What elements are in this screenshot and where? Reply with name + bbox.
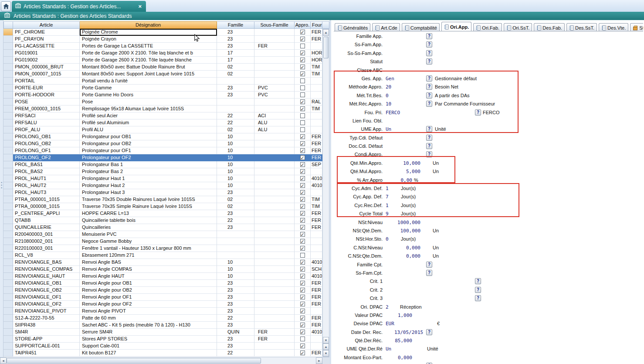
cell-appro[interactable] bbox=[295, 301, 311, 308]
cell-article[interactable]: PROLONG_OB2 bbox=[13, 140, 80, 147]
tab-ori-fab[interactable]: Ori.Fab. bbox=[473, 23, 502, 31]
cell-fournisseur[interactable]: SCH bbox=[311, 266, 322, 273]
cell-fournisseur[interactable]: FER bbox=[311, 36, 322, 43]
cell-famille[interactable]: 23 bbox=[217, 43, 254, 50]
header-article[interactable]: Article bbox=[13, 21, 80, 29]
cell-article[interactable]: PF_CRAYON bbox=[13, 36, 80, 43]
cell-designation[interactable]: Prolongateur Bas 1 bbox=[80, 161, 217, 168]
appro-checkbox[interactable] bbox=[300, 44, 305, 48]
cell-sous-famille[interactable] bbox=[254, 175, 295, 182]
cell-fournisseur[interactable]: FER bbox=[311, 147, 322, 154]
cell-fournisseur[interactable]: FER bbox=[311, 294, 322, 301]
table-row[interactable]: R220100003_001 Fenêtre 1 vantail - Haute… bbox=[3, 245, 322, 252]
appro-checkbox[interactable] bbox=[300, 183, 305, 188]
tab-des-sst[interactable]: Des.SsT. bbox=[566, 23, 597, 31]
cell-sous-famille[interactable] bbox=[254, 29, 295, 36]
cell-article[interactable]: POSE bbox=[13, 99, 80, 105]
cell-appro[interactable] bbox=[295, 133, 311, 140]
table-row[interactable]: RENVOIANGLE_OF2 Renvoi Angle pour OF2 23… bbox=[3, 301, 322, 308]
cell-appro[interactable] bbox=[295, 315, 311, 322]
field-value[interactable]: 85,000 bbox=[386, 338, 412, 344]
cell-sous-famille[interactable] bbox=[254, 196, 295, 203]
field-value[interactable]: Un bbox=[386, 346, 391, 352]
cell-famille[interactable]: 10 bbox=[217, 182, 254, 189]
appro-checkbox[interactable] bbox=[300, 211, 305, 216]
cell-article[interactable]: RENVOIANGLE_OB2 bbox=[13, 287, 80, 294]
row-gutter[interactable] bbox=[3, 189, 13, 196]
cell-famille[interactable]: 10 bbox=[217, 140, 254, 147]
cell-fournisseur[interactable]: HOR bbox=[311, 50, 322, 57]
cell-sous-famille[interactable] bbox=[254, 154, 295, 161]
table-row[interactable]: PTRA_000001_1015 Traverse 70x35 Double R… bbox=[3, 196, 322, 203]
cell-sous-famille[interactable] bbox=[254, 147, 295, 154]
table-row[interactable]: POSE Pose RAL bbox=[3, 99, 322, 105]
row-gutter[interactable] bbox=[3, 119, 13, 126]
cell-article[interactable]: PORTE-EUR bbox=[13, 85, 80, 92]
help-button[interactable]: ? bbox=[475, 295, 481, 301]
cell-article[interactable]: PG019002 bbox=[13, 57, 80, 64]
appro-checkbox[interactable] bbox=[300, 246, 305, 251]
cell-designation[interactable]: Prolongateur pour OB1 bbox=[80, 133, 217, 140]
cell-designation[interactable]: Renvoi Angle HAUT bbox=[80, 273, 217, 280]
cell-appro[interactable] bbox=[295, 50, 311, 57]
field-value[interactable]: 10 bbox=[386, 101, 391, 107]
cell-designation[interactable]: Renvoi Angle pour OF1 bbox=[80, 294, 217, 301]
help-button[interactable]: ? bbox=[426, 135, 432, 141]
cell-designation[interactable]: Portes de Garage La CASSETTE bbox=[80, 43, 217, 50]
appro-checkbox[interactable] bbox=[300, 106, 305, 111]
help-button[interactable]: ? bbox=[426, 262, 432, 268]
table-row[interactable]: P_CENTREE_APPLI HOPPE CARRE L=13 23 FER bbox=[3, 210, 322, 217]
appro-checkbox[interactable] bbox=[300, 37, 305, 41]
table-row[interactable]: PF_CHROME Poignée Chrome 23 FER bbox=[3, 29, 322, 36]
row-gutter[interactable] bbox=[3, 273, 13, 280]
cell-fournisseur[interactable] bbox=[311, 189, 322, 196]
cell-famille[interactable] bbox=[217, 238, 254, 245]
cell-designation[interactable]: Prolongateur pour OB2 bbox=[80, 140, 217, 147]
cell-fournisseur[interactable] bbox=[311, 238, 322, 245]
row-gutter[interactable] bbox=[3, 43, 13, 50]
cell-article[interactable]: PTRA_000008_1015 bbox=[13, 203, 80, 210]
cell-famille[interactable]: 10 bbox=[217, 266, 254, 273]
cell-fournisseur[interactable]: FER bbox=[311, 154, 322, 161]
row-gutter[interactable] bbox=[3, 287, 13, 294]
appro-checkbox[interactable] bbox=[300, 232, 305, 237]
cell-famille[interactable]: 10 bbox=[217, 175, 254, 182]
cell-appro[interactable] bbox=[295, 294, 311, 301]
cell-designation[interactable]: Prolongateur Haut 3 bbox=[80, 189, 217, 196]
field-value[interactable]: 1 bbox=[386, 203, 389, 208]
field-value[interactable]: 9 bbox=[386, 211, 389, 217]
cell-sous-famille[interactable] bbox=[254, 280, 295, 287]
cell-fournisseur[interactable] bbox=[311, 252, 322, 259]
help-button[interactable]: ? bbox=[426, 84, 432, 90]
cell-famille[interactable]: QUIN bbox=[217, 329, 254, 336]
cell-famille[interactable] bbox=[217, 231, 254, 238]
field-value[interactable]: 0 bbox=[386, 236, 389, 242]
cell-fournisseur[interactable]: FER bbox=[311, 287, 322, 294]
field-value[interactable]: 100,000 bbox=[386, 228, 420, 234]
cell-fournisseur[interactable] bbox=[311, 245, 322, 252]
field-value[interactable]: 13/05/2015 bbox=[394, 330, 423, 335]
table-row[interactable]: R200400003_001 Menuiserie PVC bbox=[3, 231, 322, 238]
cell-fournisseur[interactable]: FER bbox=[311, 140, 322, 147]
field-value[interactable]: 7 bbox=[386, 194, 389, 200]
cell-sous-famille[interactable] bbox=[254, 238, 295, 245]
field-value[interactable]: FERCO bbox=[386, 110, 400, 116]
cell-appro[interactable] bbox=[295, 259, 311, 266]
cell-fournisseur[interactable] bbox=[311, 308, 322, 315]
cell-article[interactable]: R200400003_001 bbox=[13, 231, 80, 238]
cell-famille[interactable]: 23 bbox=[217, 294, 254, 301]
cell-sous-famille[interactable] bbox=[254, 161, 295, 168]
cell-appro[interactable] bbox=[295, 168, 311, 175]
cell-article[interactable]: RENVOIANGLE_COMPAS bbox=[13, 266, 80, 273]
appro-checkbox[interactable] bbox=[300, 344, 305, 348]
table-row[interactable]: PROLONG_OB1 Prolongateur pour OB1 10 FER bbox=[3, 133, 322, 140]
cell-article[interactable]: PRFSACI bbox=[13, 112, 80, 119]
table-row[interactable]: RENVOIANGLE_PIVOT Renvoi Angle PIVOT 23 bbox=[3, 308, 322, 315]
cell-designation[interactable]: Poignée Chrome bbox=[80, 29, 217, 36]
cell-famille[interactable] bbox=[217, 105, 254, 112]
cell-designation[interactable]: Patte de 60 mm bbox=[80, 315, 217, 322]
table-row[interactable]: R210800002_001 Negoce Gamme Bobby bbox=[3, 238, 322, 245]
cell-sous-famille[interactable] bbox=[254, 78, 295, 85]
appro-checkbox[interactable] bbox=[300, 204, 305, 209]
cell-designation[interactable]: HOPPE CARRE L=13 bbox=[80, 210, 217, 217]
